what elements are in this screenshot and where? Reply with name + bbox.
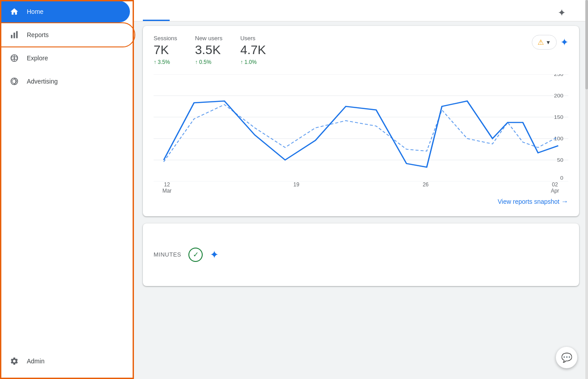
- scrollbar[interactable]: [585, 0, 588, 379]
- bottom-card: MINUTES ✓ ✦: [143, 223, 579, 286]
- reports-icon: [9, 29, 20, 40]
- chart-solid-line: [164, 101, 559, 167]
- minutes-label: MINUTES: [154, 251, 181, 258]
- advertising-icon: [9, 76, 20, 87]
- x-label-19: 19: [288, 181, 305, 194]
- warning-button[interactable]: ⚠ ▼: [532, 35, 557, 50]
- sidebar-item-home[interactable]: Home: [0, 1, 130, 22]
- sidebar-item-explore[interactable]: Explore: [0, 47, 130, 69]
- scrollbar-thumb[interactable]: [585, 0, 588, 89]
- svg-rect-1: [13, 33, 15, 38]
- sparkle-button[interactable]: ✦: [560, 37, 568, 48]
- chart-card: Sessions 7K 3.5% New users 3.5K 0.5% Use…: [143, 26, 579, 216]
- x-label-26: 26: [417, 181, 434, 194]
- metrics-row: Sessions 7K 3.5% New users 3.5K 0.5% Use…: [154, 35, 568, 65]
- metric-sessions: Sessions 7K 3.5%: [154, 35, 177, 65]
- metric-new-users-value: 3.5K: [195, 43, 222, 57]
- chart-area: 250 200 150 100 50 0 12 Mar 19: [154, 74, 568, 190]
- svg-text:150: 150: [554, 114, 563, 120]
- chart-svg: 250 200 150 100 50 0: [154, 74, 568, 181]
- metrics-actions: ⚠ ▼ ✦: [532, 35, 568, 50]
- admin-icon: [9, 356, 20, 366]
- feedback-button[interactable]: 💬: [556, 347, 577, 368]
- arrow-right-icon: →: [561, 198, 568, 206]
- bottom-sparkle-icon[interactable]: ✦: [210, 248, 219, 261]
- sidebar-item-explore-label: Explore: [27, 55, 48, 62]
- metric-users-change: 1.0%: [240, 59, 266, 65]
- svg-rect-2: [16, 31, 17, 38]
- svg-rect-0: [11, 35, 13, 38]
- metric-new-users-change: 0.5%: [195, 59, 222, 65]
- sidebar-item-reports-label: Reports: [27, 31, 49, 38]
- tab-bar: [134, 0, 588, 21]
- svg-text:250: 250: [554, 74, 563, 77]
- sidebar-item-reports[interactable]: Reports: [0, 24, 130, 46]
- reports-outline: [0, 22, 135, 47]
- view-reports-snapshot-text: View reports snapshot: [498, 198, 559, 205]
- svg-text:0: 0: [560, 175, 563, 181]
- metric-new-users-label: New users: [195, 35, 222, 42]
- metric-users: Users 4.7K 1.0%: [240, 35, 266, 65]
- tab-overview[interactable]: [143, 9, 170, 21]
- metric-sessions-label: Sessions: [154, 35, 177, 42]
- check-icon: ✓: [188, 248, 203, 262]
- x-label-apr02: 02 Apr: [546, 181, 564, 194]
- sidebar: Home Reports Explore: [0, 0, 134, 379]
- metric-sessions-change: 3.5%: [154, 59, 177, 65]
- metric-users-value: 4.7K: [240, 43, 266, 57]
- sidebar-item-home-label: Home: [27, 8, 43, 15]
- insights-sparkle-icon[interactable]: ✦: [558, 7, 566, 19]
- svg-text:50: 50: [557, 157, 563, 163]
- chart-dashed-line: [164, 105, 559, 162]
- sidebar-item-advertising[interactable]: Advertising: [0, 71, 130, 92]
- warning-icon: ⚠: [538, 38, 544, 46]
- feedback-icon: 💬: [561, 352, 572, 363]
- metric-users-label: Users: [240, 35, 266, 42]
- svg-text:200: 200: [554, 93, 563, 98]
- x-label-mar12: 12 Mar: [158, 181, 176, 194]
- sidebar-item-admin[interactable]: Admin: [0, 350, 130, 372]
- sidebar-item-admin-label: Admin: [27, 358, 45, 365]
- metric-sessions-value: 7K: [154, 43, 177, 57]
- warning-dropdown-icon: ▼: [546, 39, 551, 46]
- sidebar-item-advertising-label: Advertising: [27, 78, 58, 85]
- home-icon: [9, 6, 20, 17]
- explore-icon: [9, 53, 20, 63]
- metric-new-users: New users 3.5K 0.5%: [195, 35, 222, 65]
- main-content: ✦ Sessions 7K 3.5% New users 3.5K 0.5% U…: [134, 0, 588, 379]
